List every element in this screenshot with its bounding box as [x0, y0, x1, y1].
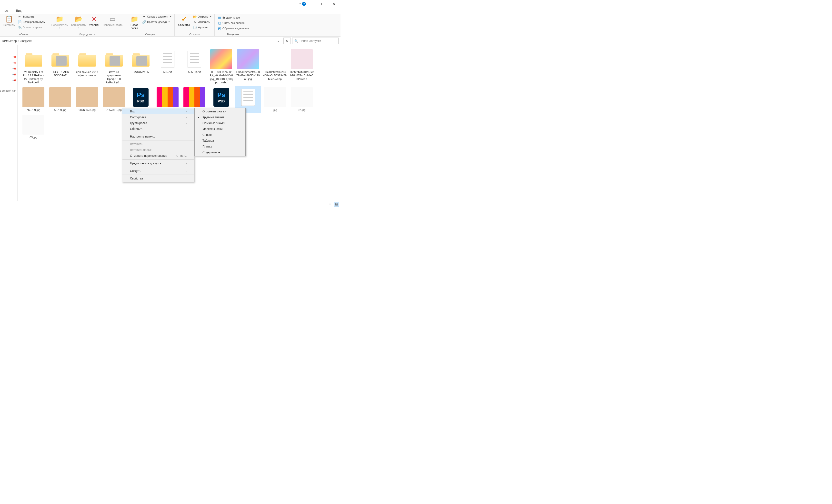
chevron-right-icon: › [18, 39, 19, 42]
tab-view[interactable]: Вид [13, 8, 25, 14]
ctx-medium-icons[interactable]: Обычные значки [194, 120, 245, 126]
moveto-button[interactable]: 📁Переместить в [50, 14, 69, 31]
copy-path-button[interactable]: 📄Скопировать путь [17, 20, 46, 24]
close-button[interactable] [328, 0, 340, 8]
ctx-sort[interactable]: Сортировка› [122, 114, 194, 120]
file-thumbnail [291, 87, 313, 107]
ctx-group[interactable]: Группировка› [122, 120, 194, 126]
ctx-separator [123, 175, 194, 175]
cut-button[interactable]: ✂Вырезать [17, 14, 46, 19]
file-item[interactable]: ПОВЕРБАНК ВОЗВРАТ [47, 48, 73, 85]
tab-share[interactable]: ться [0, 8, 13, 14]
selectall-button[interactable]: ▦Выделить все [216, 15, 250, 20]
ctx-table[interactable]: Таблица [194, 138, 245, 143]
file-thumbnail [157, 87, 179, 107]
paste-shortcut-button[interactable]: 📎Вставить ярлык [17, 25, 46, 30]
rename-button[interactable]: ▭Переименовать [101, 14, 124, 31]
file-item[interactable]: 555.txt [155, 48, 181, 85]
sidebar: 📌 📌 📌 📌 📌 е во всей пап [0, 45, 18, 201]
file-item[interactable]: для прмьер 2017 эфекты текста [74, 48, 100, 85]
chevron-right-icon: › [186, 122, 187, 125]
thumbnails-view-button[interactable]: ▦ [334, 202, 339, 207]
file-item[interactable]: Vit Registry Fix Pro 12.7 RePack (& Port… [21, 48, 46, 85]
newitem-button[interactable]: ✦Создать элемент▾ [141, 14, 173, 19]
history-button[interactable]: 🕑Журнал [192, 25, 212, 30]
pin-icon[interactable]: 📌 [12, 72, 17, 77]
ctx-small-icons[interactable]: Мелкие значки [194, 126, 245, 132]
paste-button[interactable]: 📋 Вставить [2, 14, 16, 30]
file-item[interactable]: H0ba9d2dccffa49079fd1eb965f3a179a9.jpg [235, 48, 261, 85]
breadcrumb-downloads[interactable]: Загрузки [21, 39, 32, 43]
shortcut-icon: 📎 [18, 25, 22, 29]
pin-icon[interactable]: 📌 [12, 60, 17, 65]
minimize-button[interactable] [306, 0, 317, 8]
ctx-refresh[interactable]: Обновить [122, 126, 194, 132]
ctx-content[interactable]: Содержимое [194, 150, 245, 155]
file-label: H0ba9d2dccffa49079fd1eb965f3a179a9.jpg [236, 70, 260, 81]
file-item[interactable]: 56789.jpg [47, 86, 73, 113]
easyaccess-button[interactable]: 🔗Простой доступ▾ [141, 20, 173, 24]
ctx-separator [123, 133, 194, 133]
file-item[interactable]: 98765678.jpg [74, 86, 100, 113]
file-item[interactable]: 03.jpg [21, 114, 46, 140]
file-item[interactable]: Фото на документы Профи 9.0 RePack (& ..… [101, 48, 127, 85]
ctx-props[interactable]: Свойства [122, 176, 194, 181]
maximize-icon [321, 3, 324, 5]
ctx-share[interactable]: Предоставить доступ к› [122, 160, 194, 166]
file-item[interactable]: .jpg [262, 86, 288, 113]
breadcrumb[interactable]: компьютер › Загрузки [0, 37, 273, 44]
selectinvert-button[interactable]: ◩Обратить выделение [216, 26, 250, 31]
delete-button[interactable]: ✕Удалить [87, 14, 101, 31]
file-thumbnail [291, 49, 313, 69]
ctx-paste-shortcut: Вставить ярлык [122, 147, 194, 153]
pin-icon[interactable]: 📌 [12, 78, 17, 83]
file-label: H7c40df0ccb3e47488ea3d55379a79b9ch.webp [263, 70, 287, 81]
search-placeholder: Поиск: Загрузки [300, 39, 321, 43]
pin-icon[interactable]: 📌 [12, 66, 17, 71]
file-item[interactable]: 555 (1).txt [181, 48, 207, 85]
file-label: 02.jpg [298, 108, 305, 112]
minimize-icon [310, 3, 313, 5]
delete-icon: ✕ [90, 15, 98, 23]
refresh-button[interactable]: ↻ [283, 37, 291, 44]
copyto-button[interactable]: 📂Копировать в [70, 14, 87, 31]
maximize-button[interactable] [317, 0, 328, 8]
invert-icon: ◩ [217, 26, 222, 30]
ribbon-collapse-icon[interactable]: ⌃ [299, 3, 301, 5]
file-item[interactable]: HTB188EIXea5K1Rjt_a0q6zGdVXa8.jpg_480x48… [208, 48, 234, 85]
file-thumbnail: PsPSD [210, 87, 232, 107]
ctx-view[interactable]: Вид› [122, 108, 194, 114]
file-item[interactable]: 765789.jpg [21, 86, 46, 113]
open-button[interactable]: 📂Открыть▾ [192, 14, 212, 19]
file-item[interactable]: РАЗОБРАТЬ [128, 48, 154, 85]
ribbon: 📋 Вставить ✂Вырезать 📄Скопировать путь 📎… [0, 14, 340, 36]
ctx-tiles[interactable]: Плитка [194, 143, 245, 150]
details-view-button[interactable]: ☰ [327, 202, 333, 207]
folder-icon: 📁 [130, 15, 138, 23]
help-icon[interactable]: ? [302, 2, 306, 6]
ctx-new[interactable]: Создать› [122, 168, 194, 174]
breadcrumb-pc[interactable]: компьютер [2, 39, 17, 43]
file-label: 555.txt [163, 70, 172, 74]
search-input[interactable]: 🔍 Поиск: Загрузки [292, 37, 339, 44]
file-item[interactable]: H2ff27b7f349c43efb28b874cc3b94e3bP.webp [289, 48, 315, 85]
ctx-list[interactable]: Список [194, 132, 245, 138]
easyaccess-icon: 🔗 [142, 20, 146, 24]
file-label: HTB188EIXea5K1Rjt_a0q6zGdVXa8.jpg_480x48… [209, 70, 233, 84]
breadcrumb-dropdown[interactable]: ⌄ [275, 37, 282, 44]
ctx-customize[interactable]: Настроить папку... [122, 134, 194, 139]
edit-button[interactable]: ✎Изменить [192, 20, 212, 24]
context-submenu-view: Огромные значки ●Крупные значки Обычные … [194, 108, 245, 156]
sidebar-label: е во всей пап [0, 89, 16, 92]
ctx-huge-icons[interactable]: Огромные значки [194, 108, 245, 114]
newfolder-button[interactable]: 📁Новая папка [128, 14, 141, 31]
ctx-undo[interactable]: Отменить переименованиеCTRL+Z [122, 153, 194, 159]
pin-icon[interactable]: 📌 [12, 54, 17, 59]
file-item[interactable]: H7c40df0ccb3e47488ea3d55379a79b9ch.webp [262, 48, 288, 85]
file-thumbnail [264, 87, 286, 107]
ctx-large-icons[interactable]: ●Крупные значки [194, 114, 245, 120]
properties-button[interactable]: ✔Свойства [177, 14, 191, 30]
rename-icon: ▭ [109, 15, 116, 23]
file-item[interactable]: 02.jpg [289, 86, 315, 113]
selectnone-button[interactable]: ▢Снять выделение [216, 21, 250, 25]
